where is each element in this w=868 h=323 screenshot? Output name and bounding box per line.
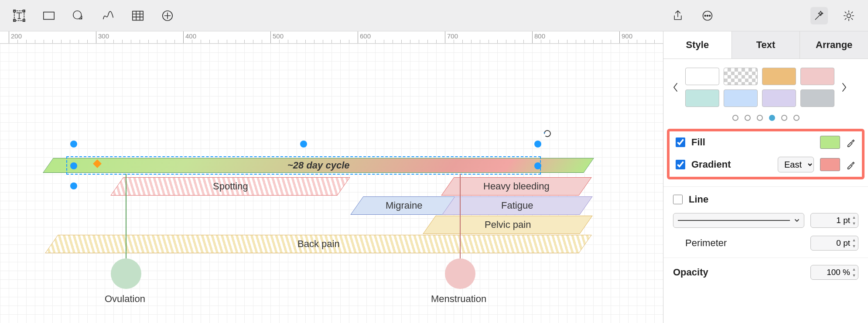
selection-handle[interactable]: [70, 141, 77, 148]
shape-heavy-bleeding[interactable]: Heavy bleeding: [441, 177, 591, 196]
freehand-tool-icon[interactable]: [99, 7, 117, 24]
ruler-tick: 800: [532, 31, 533, 43]
ruler-tick: 400: [183, 31, 184, 43]
ruler-tick: 600: [358, 31, 358, 43]
gradient-checkbox[interactable]: [676, 160, 685, 169]
rectangle-tool-icon[interactable]: [40, 7, 58, 24]
ovulation-label: Ovulation: [105, 293, 145, 305]
label: Migraine: [386, 200, 422, 211]
shape-fatigue[interactable]: Fatigue: [442, 196, 592, 215]
brightness-icon[interactable]: [840, 7, 858, 24]
line-checkbox[interactable]: [673, 195, 683, 204]
stepper-icon[interactable]: ▲▼: [851, 237, 857, 249]
shape-ovulation-marker[interactable]: [111, 258, 141, 289]
add-tool-icon[interactable]: [159, 7, 176, 24]
table-tool-icon[interactable]: [129, 7, 147, 24]
fill-label: Fill: [691, 137, 705, 148]
shape-menstruation-marker[interactable]: [445, 258, 475, 289]
ruler-tick: 200: [9, 31, 9, 43]
pager-dot[interactable]: [757, 115, 763, 121]
style-presets: [685, 68, 834, 107]
magic-wand-icon[interactable]: [810, 7, 828, 24]
opacity-input[interactable]: 100 % ▲▼: [810, 265, 858, 280]
toolbar: [0, 0, 868, 31]
style-presets-pager: [663, 110, 868, 129]
selection-handle[interactable]: [70, 182, 77, 189]
gradient-color-chip[interactable]: [820, 158, 840, 171]
selection-handle[interactable]: [70, 162, 77, 169]
svg-point-13: [847, 14, 851, 17]
selection-rotate-handle[interactable]: [543, 129, 552, 138]
opacity-label: Opacity: [673, 267, 708, 278]
selection-handle[interactable]: [534, 162, 541, 169]
connector-ovulation: [126, 174, 126, 269]
stepper-icon[interactable]: ▲▼: [851, 266, 857, 278]
style-presets-next-icon[interactable]: [840, 83, 848, 92]
label: Fatigue: [501, 200, 533, 211]
shape-spotting[interactable]: Spotting: [110, 177, 350, 196]
svg-point-6: [73, 10, 82, 19]
ruler-tick: 900: [619, 31, 620, 43]
canvas[interactable]: 200300400500600700800900 ~28 day cycle: [0, 31, 663, 323]
ellipse-tool-icon[interactable]: [70, 7, 87, 24]
tab-arrange[interactable]: Arrange: [800, 31, 868, 58]
menstruation-label: Menstruation: [431, 293, 486, 305]
line-width-input[interactable]: 1 pt ▲▼: [810, 213, 858, 228]
eyedropper-icon[interactable]: [846, 137, 856, 147]
fill-gradient-highlight: Fill Gradient East: [667, 129, 865, 179]
label: Back pain: [297, 238, 340, 250]
pager-dot[interactable]: [745, 115, 751, 121]
svg-rect-7: [133, 11, 143, 20]
style-preset-orange[interactable]: [762, 68, 796, 85]
label: Pelvic pain: [485, 219, 531, 230]
shape-migraine[interactable]: Migraine: [350, 196, 457, 215]
eyedropper-icon[interactable]: [846, 160, 856, 169]
properties-panel: Style Text Arrange Fill: [663, 31, 868, 323]
style-preset-white[interactable]: [685, 68, 719, 85]
label: Heavy bleeding: [483, 181, 550, 192]
line-label: Line: [689, 194, 708, 205]
shape-pelvic-pain[interactable]: Pelvic pain: [423, 216, 592, 234]
pager-dot[interactable]: [769, 115, 775, 121]
gradient-direction-select[interactable]: East: [778, 157, 814, 172]
svg-point-10: [704, 15, 706, 16]
fill-color-chip[interactable]: [820, 136, 840, 149]
selection-handle[interactable]: [300, 141, 307, 148]
more-icon[interactable]: [699, 7, 716, 24]
style-preset-blue[interactable]: [724, 89, 758, 107]
style-preset-gray[interactable]: [800, 89, 834, 107]
perimeter-input[interactable]: 0 pt ▲▼: [810, 236, 858, 251]
selection-handle[interactable]: [534, 141, 541, 148]
style-presets-prev-icon[interactable]: [671, 83, 680, 92]
style-preset-none-checker[interactable]: [724, 68, 758, 85]
line-style-select[interactable]: [673, 213, 804, 228]
selection-rect: [66, 156, 541, 175]
ruler: 200300400500600700800900: [0, 31, 663, 44]
pager-dot[interactable]: [781, 115, 787, 121]
gradient-label: Gradient: [691, 159, 731, 170]
shape-back-pain[interactable]: Back pain: [45, 235, 591, 253]
ruler-tick: 300: [96, 31, 96, 43]
pager-dot[interactable]: [793, 115, 800, 121]
tab-text[interactable]: Text: [732, 31, 800, 58]
style-preset-teal[interactable]: [685, 89, 719, 107]
fill-checkbox[interactable]: [676, 137, 685, 147]
tab-style[interactable]: Style: [663, 31, 732, 58]
svg-point-12: [709, 15, 711, 16]
stepper-icon[interactable]: ▲▼: [851, 214, 857, 227]
ruler-tick: 500: [270, 31, 271, 43]
panel-tabs: Style Text Arrange: [663, 31, 868, 59]
connector-menstruation: [460, 174, 461, 269]
ruler-tick: 700: [445, 31, 445, 43]
svg-point-11: [707, 15, 708, 16]
label: Spotting: [213, 181, 248, 192]
style-preset-purple[interactable]: [762, 89, 796, 107]
style-preset-pink[interactable]: [800, 68, 834, 85]
svg-rect-5: [44, 12, 54, 19]
pager-dot[interactable]: [732, 115, 738, 121]
share-icon[interactable]: [669, 7, 687, 24]
text-tool-icon[interactable]: [10, 7, 28, 24]
perimeter-label: Perimeter: [673, 237, 727, 249]
